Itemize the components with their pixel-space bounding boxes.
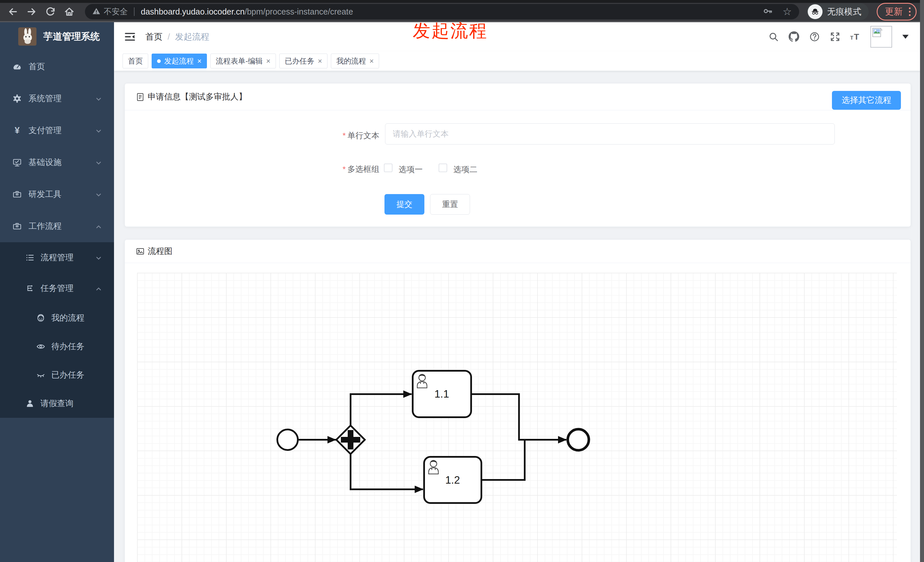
font-size-icon[interactable]: TT [850, 31, 861, 42]
tab-label: 我的流程 [336, 56, 366, 66]
tags-view: 首页 发起流程× 流程表单-编辑× 已办任务× 我的流程× [114, 51, 924, 71]
back-icon[interactable] [8, 6, 18, 17]
submit-button[interactable]: 提交 [384, 194, 424, 214]
close-icon[interactable]: × [369, 57, 374, 65]
sidebar-item-process-mgmt[interactable]: 流程管理 [0, 242, 114, 273]
task1-label: 1.1 [434, 388, 449, 400]
close-icon[interactable]: × [266, 57, 270, 65]
sidebar-item-label: 研发工具 [28, 189, 62, 200]
app-logo [18, 27, 36, 46]
close-icon[interactable]: × [318, 57, 322, 65]
search-icon[interactable] [768, 31, 779, 42]
checkbox-option1[interactable] [384, 163, 393, 172]
tab-start-process[interactable]: 发起流程× [152, 54, 207, 68]
bookmark-star-icon[interactable]: ☆ [783, 6, 792, 17]
tab-home[interactable]: 首页 [123, 54, 148, 68]
checkbox-group-label: *多选框组 [285, 164, 380, 175]
incognito-label: 无痕模式 [827, 6, 861, 18]
help-icon[interactable] [809, 31, 820, 42]
monitor-icon [12, 157, 22, 168]
home-icon[interactable] [64, 6, 75, 17]
url-path: /bpm/process-instance/create [244, 7, 353, 16]
image-icon [136, 247, 145, 256]
sidebar-item-todo-tasks[interactable]: 待办任务 [0, 332, 114, 361]
tab-done-tasks[interactable]: 已办任务× [279, 54, 327, 68]
chevron-down-icon [95, 127, 102, 134]
incognito-badge[interactable]: 无痕模式 [807, 3, 869, 20]
sidebar-item-label: 已办任务 [51, 369, 84, 381]
flow-card-title: 流程图 [148, 246, 172, 257]
browser-menu-icon[interactable] [908, 6, 912, 17]
sidebar-item-my-process[interactable]: 我的流程 [0, 304, 114, 332]
eye-icon [36, 342, 46, 351]
app-logo-row[interactable]: 芋道管理系统 [0, 22, 114, 51]
browser-update-button[interactable]: 更新 [877, 3, 916, 21]
fullscreen-icon[interactable] [830, 31, 841, 42]
browser-tab-strip [0, 0, 924, 3]
sidebar-item-done-tasks[interactable]: 已办任务 [0, 361, 114, 389]
sidebar-item-infrastructure[interactable]: 基础设施 [0, 147, 114, 178]
sidebar-item-label: 首页 [28, 61, 45, 72]
flow-gateway-to-task2 [351, 454, 423, 489]
workflow-submenu: 流程管理 任务管理 我的流程 [0, 242, 114, 418]
task2-label: 1.2 [445, 474, 460, 486]
sidebar-item-home[interactable]: 首页 [0, 51, 114, 82]
forward-icon[interactable] [26, 6, 37, 17]
apply-card-header: 申请信息【测试多审批人】 [125, 84, 910, 110]
single-line-text-input[interactable] [385, 123, 835, 144]
tab-process-form-edit[interactable]: 流程表单-编辑× [210, 54, 276, 68]
sidebar-item-task-mgmt[interactable]: 任务管理 [0, 273, 114, 304]
sidebar-item-system[interactable]: 系统管理 [0, 82, 114, 115]
github-icon[interactable] [788, 31, 800, 42]
flow-tree-icon [25, 283, 35, 293]
checkbox-option1-label[interactable]: 选项一 [399, 164, 423, 175]
checkbox-option2[interactable] [439, 163, 447, 172]
flow-gateway-to-task1 [351, 394, 411, 426]
breadcrumb: 首页 / 发起流程 [146, 31, 209, 43]
password-key-icon[interactable] [763, 7, 773, 16]
sidebar-item-devtools[interactable]: 研发工具 [0, 178, 114, 210]
breadcrumb-home[interactable]: 首页 [146, 31, 162, 43]
sidebar-item-label: 我的流程 [51, 312, 84, 324]
sidebar-item-label: 任务管理 [40, 283, 74, 294]
flow-diagram-card: 流程图 [124, 240, 911, 562]
eye-closed-icon [36, 370, 46, 380]
screen: 不安全 dashboard.yudao.iocoder.cn/bpm/proce… [0, 0, 924, 562]
avatar-dropdown-icon[interactable] [902, 35, 909, 39]
bpmn-start-event[interactable] [278, 430, 298, 450]
flow-task2-merge [482, 439, 525, 480]
sidebar-item-payment[interactable]: ¥ 支付管理 [0, 115, 114, 147]
avatar[interactable] [870, 26, 892, 48]
sidebar-item-label: 支付管理 [28, 125, 62, 136]
reload-icon[interactable] [45, 6, 56, 17]
security-label[interactable]: 不安全 [104, 6, 128, 17]
sidebar-item-label: 流程管理 [40, 252, 74, 263]
close-icon[interactable]: × [197, 57, 201, 65]
sidebar-item-workflow[interactable]: 工作流程 [0, 210, 114, 242]
url-domain: dashboard.yudao.iocoder.cn [141, 7, 244, 16]
tab-my-process[interactable]: 我的流程× [331, 54, 379, 68]
sidebar-item-label: 待办任务 [51, 341, 84, 352]
url-text[interactable]: dashboard.yudao.iocoder.cn/bpm/process-i… [141, 7, 353, 16]
url-bar[interactable]: 不安全 dashboard.yudao.iocoder.cn/bpm/proce… [85, 4, 799, 19]
page-header: 首页 / 发起流程 TT [114, 22, 924, 51]
toolbox-icon [12, 189, 22, 199]
bpmn-canvas[interactable]: 1.1 1.2 [137, 273, 897, 562]
face-icon [36, 313, 46, 323]
sidebar-collapse-icon[interactable] [124, 31, 136, 42]
sidebar-item-label: 工作流程 [28, 220, 62, 232]
chevron-down-icon [95, 254, 102, 261]
svg-text:T: T [854, 32, 859, 41]
document-icon [136, 92, 145, 102]
checkbox-option2-label[interactable]: 选项二 [453, 164, 477, 175]
chevron-down-icon [95, 159, 102, 166]
chevron-down-icon [95, 95, 102, 102]
choose-other-process-button[interactable]: 选择其它流程 [832, 91, 901, 110]
reset-button[interactable]: 重置 [430, 194, 470, 214]
sidebar-item-leave-query[interactable]: 请假查询 [0, 389, 114, 418]
annotation-text: 发起流程 [413, 19, 488, 43]
bpmn-end-event[interactable] [568, 429, 589, 450]
window-edge [920, 0, 924, 562]
security-warning-icon[interactable] [92, 7, 100, 16]
breadcrumb-current: 发起流程 [175, 31, 209, 43]
